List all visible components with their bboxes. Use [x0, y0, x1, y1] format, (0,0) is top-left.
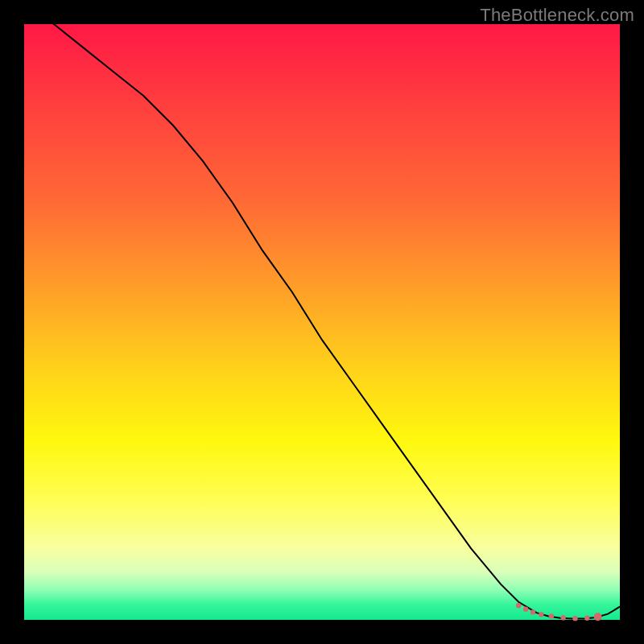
dot — [584, 616, 589, 621]
dot — [594, 613, 602, 621]
chart-frame: TheBottleneck.com — [0, 0, 644, 644]
dot — [549, 613, 554, 618]
dot — [539, 612, 543, 617]
watermark-text: TheBottleneck.com — [480, 5, 634, 26]
dot — [572, 616, 577, 621]
dot — [516, 603, 521, 608]
curve-line — [24, 0, 620, 618]
dot — [530, 609, 535, 614]
dot — [523, 606, 528, 611]
dot — [561, 615, 566, 620]
chart-overlay — [24, 24, 620, 620]
